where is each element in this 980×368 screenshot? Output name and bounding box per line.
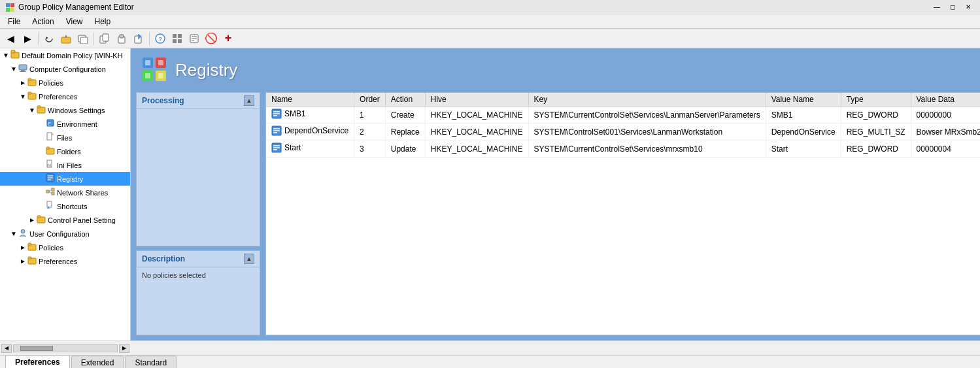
tree-item-registry[interactable]: ► Registry (0, 172, 130, 186)
svg-rect-10 (103, 34, 109, 41)
svg-rect-1 (10, 3, 14, 7)
title-text: Group Policy Management Editor (18, 3, 930, 12)
menu-help[interactable]: Help (90, 16, 116, 27)
tree-label: Default Domain Policy [WIN-KH (22, 52, 123, 59)
tree-item-network-shares[interactable]: ► Network Shares (0, 186, 130, 199)
folder-up-button[interactable] (58, 31, 74, 46)
tree-item-computer-config[interactable]: ▼ Computer Configuration (0, 62, 130, 76)
svg-rect-36 (37, 106, 41, 108)
add-button[interactable]: + (220, 31, 236, 46)
forward-button[interactable]: ▶ (20, 31, 35, 46)
tab-extended[interactable]: Extended (71, 356, 124, 368)
col-value-data[interactable]: Value Data (911, 93, 980, 107)
menu-file[interactable]: File (3, 16, 25, 27)
split-area: Processing ▲ Description ▲ No policies s… (131, 90, 980, 341)
expand-icon: ► (18, 79, 27, 86)
paste-button[interactable] (114, 31, 129, 46)
toolbar-separator-2 (93, 32, 94, 45)
cell-value-data: 00000004 (911, 141, 980, 158)
tab-preferences[interactable]: Preferences (5, 355, 70, 368)
svg-rect-2 (6, 8, 10, 12)
cell-type: REG_MULTI_SZ (841, 124, 911, 141)
files-icon (46, 132, 55, 143)
tree-item-files[interactable]: ► Files (0, 131, 130, 144)
tree-label: Environment (57, 120, 97, 128)
svg-rect-5 (61, 37, 71, 43)
col-value-name[interactable]: Value Name (766, 93, 841, 107)
col-hive[interactable]: Hive (425, 93, 528, 107)
content-panel: Registry Processing ▲ Description (131, 48, 980, 341)
tree-label: Files (57, 134, 72, 142)
tree-item-user-config[interactable]: ▼ User Configuration (0, 227, 130, 241)
svg-marker-6 (65, 35, 67, 37)
tree-item-folders[interactable]: ► Folders (0, 144, 130, 158)
folders-icon (46, 146, 55, 157)
svg-rect-67 (145, 60, 150, 65)
title-bar: Group Policy Management Editor — ◻ ✕ (0, 0, 980, 14)
menu-action[interactable]: Action (27, 16, 59, 27)
copy-button[interactable] (97, 31, 112, 46)
help-button[interactable]: ? (152, 31, 168, 46)
tree-item-environment[interactable]: ► E Environment (0, 117, 130, 131)
cell-action: Update (385, 141, 425, 158)
restore-button[interactable]: ◻ (946, 1, 959, 13)
tree-label: Preferences (39, 93, 77, 101)
toolbar: ◀ ▶ ? 🚫 + (0, 29, 980, 48)
tab-standard[interactable]: Standard (125, 356, 177, 368)
scroll-right-button[interactable]: ▶ (119, 344, 129, 353)
cell-value-name: DependOnService (766, 124, 841, 141)
computer-icon (18, 63, 27, 75)
export-button[interactable] (131, 31, 146, 46)
tree-item-preferences[interactable]: ▼ Preferences (0, 90, 130, 103)
close-button[interactable]: ✕ (962, 1, 975, 13)
col-order[interactable]: Order (354, 93, 386, 107)
tree-item-control-panel[interactable]: ► Control Panel Setting (0, 213, 130, 227)
cell-hive: HKEY_LOCAL_MACHINE (425, 107, 528, 124)
tree-item-ini-files[interactable]: ► INI Ini Files (0, 158, 130, 172)
view-toggle-button[interactable] (169, 31, 185, 46)
minimize-button[interactable]: — (930, 1, 943, 13)
svg-rect-30 (20, 71, 26, 72)
back-button[interactable]: ◀ (3, 31, 18, 46)
tree-item-user-policies[interactable]: ► Policies (0, 241, 130, 254)
folder-icon (27, 242, 37, 253)
expand-icon: ▼ (9, 65, 18, 73)
block-button[interactable]: 🚫 (203, 31, 219, 46)
tree-item-default-domain[interactable]: ▼ Default Domain Policy [WIN-KH (0, 48, 130, 62)
svg-rect-60 (28, 243, 31, 245)
new-window-button[interactable] (75, 31, 91, 46)
toolbar-separator-1 (38, 32, 39, 45)
tree-item-user-preferences[interactable]: ► Preferences (0, 254, 130, 268)
description-collapse-button[interactable]: ▲ (244, 254, 254, 264)
tree-item-shortcuts[interactable]: ► Shortcuts (0, 199, 130, 213)
tree-item-policies[interactable]: ► Policies (0, 76, 130, 90)
table-row[interactable]: SMB11CreateHKEY_LOCAL_MACHINESYSTEM\Curr… (266, 107, 980, 124)
col-key[interactable]: Key (528, 93, 766, 107)
table-row[interactable]: DependOnService2ReplaceHKEY_LOCAL_MACHIN… (266, 124, 980, 141)
cell-value-data: Bowser MRxSmb20 NSI (911, 124, 980, 141)
scroll-left-button[interactable]: ◀ (1, 344, 12, 353)
menu-view[interactable]: View (61, 16, 88, 27)
svg-rect-50 (52, 188, 54, 191)
processing-collapse-button[interactable]: ▲ (244, 95, 254, 106)
expand-icon: ► (18, 258, 27, 265)
svg-rect-18 (173, 34, 177, 38)
sidebar-scroll-area: ◀ ▶ (0, 341, 131, 355)
svg-rect-12 (120, 35, 124, 38)
table-body: SMB11CreateHKEY_LOCAL_MACHINESYSTEM\Curr… (266, 107, 980, 158)
sidebar-scrollbar[interactable] (13, 344, 118, 352)
col-action[interactable]: Action (385, 93, 425, 107)
col-type[interactable]: Type (841, 93, 911, 107)
properties-button[interactable] (186, 31, 202, 46)
processing-panel-body (137, 109, 260, 117)
tree-item-windows-settings[interactable]: ▼ Windows Settings (0, 103, 130, 117)
table-row[interactable]: Start3UpdateHKEY_LOCAL_MACHINESYSTEM\Cur… (266, 141, 980, 158)
col-name[interactable]: Name (266, 93, 354, 107)
tree-label: User Configuration (29, 230, 90, 238)
scrollbar-thumb[interactable] (20, 346, 53, 351)
tree-label: Policies (39, 244, 63, 252)
expand-icon: ► (27, 216, 37, 224)
tree-label: Network Shares (57, 189, 108, 197)
table-area[interactable]: Name Order Action Hive Key Value Name Ty… (265, 92, 980, 335)
refresh-button[interactable] (41, 31, 57, 46)
